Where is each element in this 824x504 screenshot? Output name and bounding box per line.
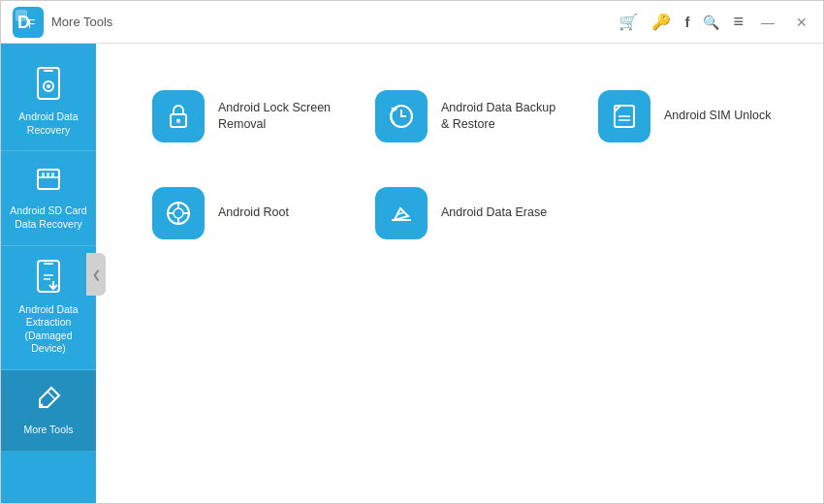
sidebar-label-more-tools: More Tools — [23, 424, 73, 437]
android-root-icon-box — [152, 187, 205, 239]
sidebar-item-android-sd-card[interactable]: Android SD Card Data Recovery — [1, 151, 96, 245]
sidebar-item-android-data-recovery[interactable]: Android Data Recovery — [1, 53, 96, 151]
app-logo: D F — [13, 7, 44, 38]
android-lock-screen-removal-name: Android Lock Screen Removal — [218, 100, 340, 134]
sidebar-items-container: Android Data Recovery Android SD Card Da… — [1, 53, 96, 452]
android-sim-unlock-icon-box — [598, 90, 650, 142]
search-icon[interactable]: 🔍 — [703, 15, 719, 30]
svg-point-7 — [47, 84, 50, 88]
sidebar-label-android-data-recovery: Android Data Recovery — [9, 110, 88, 137]
facebook-icon[interactable]: f — [684, 14, 689, 30]
android-sim-unlock-name: Android SIM Unlock — [664, 108, 771, 125]
android-data-backup-restore-name: Android Data Backup & Restore — [441, 100, 563, 134]
android-data-erase-name: Android Data Erase — [441, 205, 547, 222]
more-tools-icon — [34, 384, 63, 418]
android-lock-screen-removal-info: Android Lock Screen Removal — [218, 100, 340, 134]
svg-rect-5 — [44, 70, 53, 72]
svg-line-18 — [48, 392, 55, 399]
title-bar: D F More Tools 🛒 🔑 f 🔍 ≡ — ✕ — [1, 1, 823, 44]
svg-rect-3 — [16, 10, 27, 21]
android-root-info: Android Root — [218, 205, 289, 222]
android-lock-screen-removal-icon-box — [152, 90, 205, 142]
collapse-arrow[interactable]: ❮ — [86, 253, 106, 296]
main-layout: Android Data Recovery Android SD Card Da… — [1, 44, 823, 504]
tool-card-android-data-erase[interactable]: Android Data Erase — [367, 179, 571, 247]
svg-point-22 — [177, 119, 180, 122]
android-data-extraction-icon — [34, 260, 63, 298]
sidebar-item-android-data-extraction[interactable]: Android Data Extraction (Damaged Device) — [1, 246, 96, 371]
svg-rect-10 — [42, 173, 45, 177]
svg-point-19 — [41, 404, 44, 407]
sidebar-item-more-tools[interactable]: More Tools — [1, 370, 96, 452]
cart-icon[interactable]: 🛒 — [618, 13, 638, 31]
svg-rect-11 — [47, 173, 49, 177]
tool-grid: Android Lock Screen Removal Android Data… — [144, 82, 794, 247]
android-data-recovery-icon — [34, 67, 63, 105]
sidebar-label-android-data-extraction: Android Data Extraction (Damaged Device) — [9, 303, 88, 357]
tool-card-android-root[interactable]: Android Root — [144, 179, 348, 247]
content-area: Android Lock Screen Removal Android Data… — [96, 44, 823, 504]
page-title: More Tools — [51, 15, 112, 29]
svg-text:F: F — [28, 17, 35, 31]
menu-icon[interactable]: ≡ — [733, 12, 744, 32]
android-data-erase-icon-box — [375, 187, 428, 239]
android-root-name: Android Root — [218, 205, 289, 222]
tool-card-android-sim-unlock[interactable]: Android SIM Unlock — [590, 82, 794, 150]
android-data-erase-info: Android Data Erase — [441, 205, 547, 222]
title-left: D F More Tools — [13, 7, 112, 38]
android-sd-card-icon — [34, 165, 63, 199]
sidebar-label-android-sd-card: Android SD Card Data Recovery — [9, 205, 88, 231]
svg-point-28 — [174, 208, 183, 218]
android-data-backup-restore-info: Android Data Backup & Restore — [441, 100, 563, 134]
tool-card-android-lock-screen-removal[interactable]: Android Lock Screen Removal — [144, 82, 348, 150]
svg-rect-12 — [51, 173, 54, 177]
svg-rect-4 — [38, 68, 59, 99]
svg-rect-14 — [44, 263, 53, 265]
minimize-button[interactable]: — — [757, 13, 778, 32]
android-data-backup-restore-icon-box — [375, 90, 428, 142]
sidebar: Android Data Recovery Android SD Card Da… — [1, 44, 96, 504]
tool-card-android-data-backup-restore[interactable]: Android Data Backup & Restore — [367, 82, 571, 150]
key-icon[interactable]: 🔑 — [651, 13, 671, 31]
close-button[interactable]: ✕ — [792, 13, 811, 32]
title-right: 🛒 🔑 f 🔍 ≡ — ✕ — [618, 12, 811, 32]
android-sim-unlock-info: Android SIM Unlock — [664, 108, 771, 125]
